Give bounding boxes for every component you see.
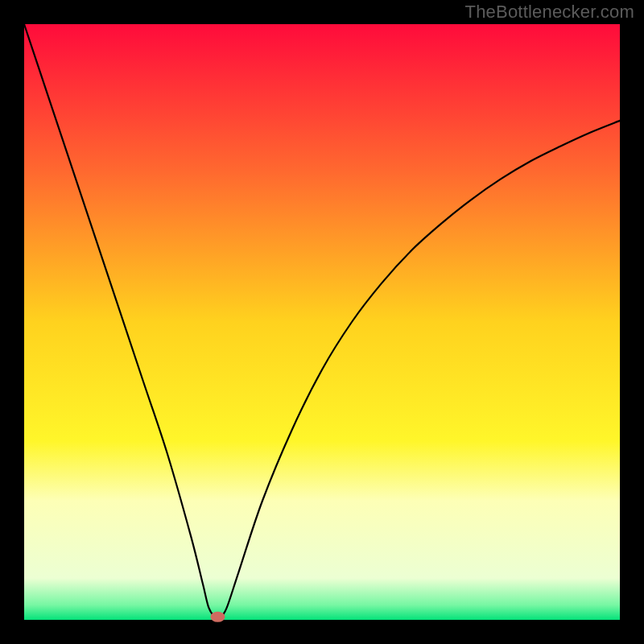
chart-frame: TheBottlenecker.com <box>0 0 644 644</box>
gradient-background <box>24 24 620 620</box>
bottleneck-chart <box>0 0 644 644</box>
optimum-marker <box>211 612 225 622</box>
